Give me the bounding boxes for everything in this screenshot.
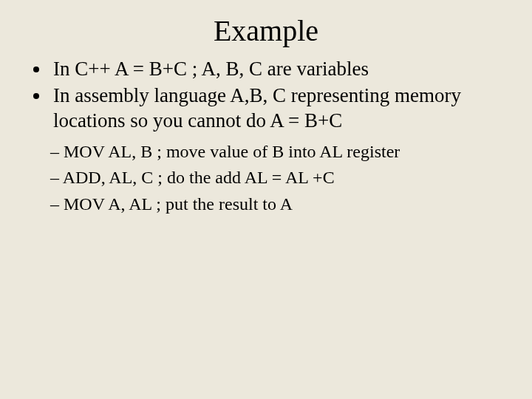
- sub-bullet-list: MOV AL, B ; move value of B into AL regi…: [50, 140, 502, 216]
- main-bullet-list: In C++ A = B+C ; A, B, C are variables I…: [50, 57, 502, 133]
- slide: Example In C++ A = B+C ; A, B, C are var…: [0, 0, 532, 399]
- sub-bullet-item: ADD, AL, C ; do the add AL = AL +C: [50, 166, 502, 189]
- sub-bullet-item: MOV AL, B ; move value of B into AL regi…: [50, 140, 502, 163]
- bullet-item: In C++ A = B+C ; A, B, C are variables: [50, 57, 502, 82]
- sub-bullet-item: MOV A, AL ; put the result to A: [50, 193, 502, 216]
- bullet-item: In assembly language A,B, C representing…: [50, 83, 502, 134]
- slide-title: Example: [30, 13, 502, 48]
